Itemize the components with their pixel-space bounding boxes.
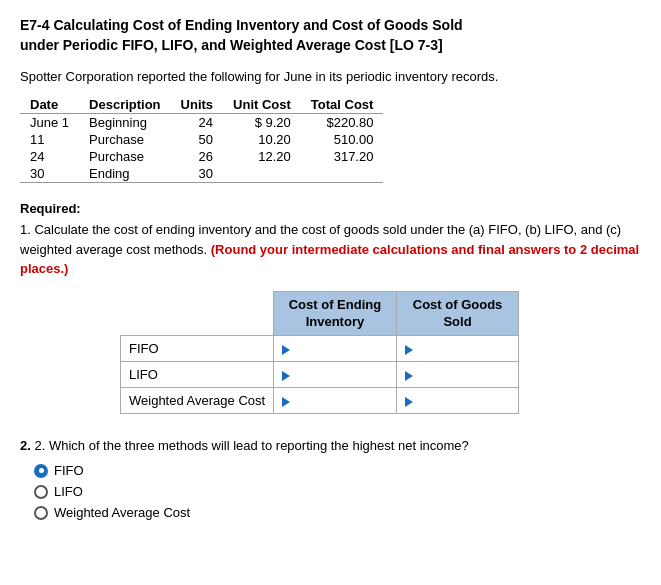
ending-inventory-input-cell[interactable] [274, 388, 397, 414]
page-title: E7-4 Calculating Cost of Ending Inventor… [20, 16, 641, 55]
answer-row-label: FIFO [121, 336, 274, 362]
cell-unit-cost: 10.20 [223, 131, 301, 148]
cell-unit-cost: $ 9.20 [223, 114, 301, 132]
answer-row: Weighted Average Cost [121, 388, 519, 414]
cell-unit-cost: 12.20 [223, 148, 301, 165]
radio-label: LIFO [54, 484, 83, 499]
table-row: 24 Purchase 26 12.20 317.20 [20, 148, 383, 165]
cell-total-cost: 317.20 [301, 148, 384, 165]
answer-table-wrapper: Cost of EndingInventory Cost of GoodsSol… [120, 291, 641, 415]
radio-item[interactable]: FIFO [34, 463, 641, 478]
radio-item[interactable]: Weighted Average Cost [34, 505, 641, 520]
cell-units: 24 [171, 114, 224, 132]
cell-units: 50 [171, 131, 224, 148]
triangle-icon [282, 371, 290, 381]
radio-group: FIFO LIFO Weighted Average Cost [34, 463, 641, 520]
ending-inventory-input[interactable] [298, 341, 388, 356]
col-header-date: Date [20, 96, 79, 114]
goods-sold-input-cell[interactable] [396, 336, 519, 362]
cell-total-cost: 510.00 [301, 131, 384, 148]
intro-text: Spotter Corporation reported the followi… [20, 69, 641, 84]
answer-table: Cost of EndingInventory Cost of GoodsSol… [120, 291, 519, 415]
cell-description: Beginning [79, 114, 171, 132]
col-header-unit-cost: Unit Cost [223, 96, 301, 114]
required-label: Required: [20, 201, 641, 216]
goods-sold-input-cell[interactable] [396, 388, 519, 414]
question1-text: 1. Calculate the cost of ending inventor… [20, 220, 641, 279]
answer-row-label: Weighted Average Cost [121, 388, 274, 414]
radio-label: Weighted Average Cost [54, 505, 190, 520]
radio-label: FIFO [54, 463, 84, 478]
table-row: 30 Ending 30 [20, 165, 383, 183]
triangle-icon [282, 397, 290, 407]
goods-sold-input-cell[interactable] [396, 362, 519, 388]
cell-unit-cost [223, 165, 301, 183]
ending-inventory-input-cell[interactable] [274, 336, 397, 362]
radio-circle [34, 506, 48, 520]
cell-description: Ending [79, 165, 171, 183]
inventory-table: Date Description Units Unit Cost Total C… [20, 96, 383, 183]
triangle-icon [405, 397, 413, 407]
ending-inventory-input[interactable] [298, 393, 388, 408]
triangle-icon [282, 345, 290, 355]
cell-description: Purchase [79, 148, 171, 165]
radio-circle [34, 485, 48, 499]
radio-circle [34, 464, 48, 478]
cell-units: 30 [171, 165, 224, 183]
cell-date: 24 [20, 148, 79, 165]
goods-sold-input[interactable] [420, 393, 510, 408]
triangle-icon [405, 345, 413, 355]
cell-units: 26 [171, 148, 224, 165]
cell-description: Purchase [79, 131, 171, 148]
required-section: Required: 1. Calculate the cost of endin… [20, 201, 641, 279]
col-header-desc: Description [79, 96, 171, 114]
answer-row-label: LIFO [121, 362, 274, 388]
cell-date: 30 [20, 165, 79, 183]
question2: 2. 2. Which of the three methods will le… [20, 438, 641, 453]
cell-date: June 1 [20, 114, 79, 132]
col-header-goods-sold: Cost of GoodsSold [396, 291, 519, 336]
goods-sold-input[interactable] [420, 367, 510, 382]
col-header-ending-inventory: Cost of EndingInventory [274, 291, 397, 336]
table-row: 11 Purchase 50 10.20 510.00 [20, 131, 383, 148]
cell-date: 11 [20, 131, 79, 148]
answer-row: FIFO [121, 336, 519, 362]
triangle-icon [405, 371, 413, 381]
cell-total-cost: $220.80 [301, 114, 384, 132]
goods-sold-input[interactable] [420, 341, 510, 356]
answer-row: LIFO [121, 362, 519, 388]
ending-inventory-input[interactable] [298, 367, 388, 382]
ending-inventory-input-cell[interactable] [274, 362, 397, 388]
col-header-total-cost: Total Cost [301, 96, 384, 114]
col-header-units: Units [171, 96, 224, 114]
cell-total-cost [301, 165, 384, 183]
radio-item[interactable]: LIFO [34, 484, 641, 499]
table-row: June 1 Beginning 24 $ 9.20 $220.80 [20, 114, 383, 132]
